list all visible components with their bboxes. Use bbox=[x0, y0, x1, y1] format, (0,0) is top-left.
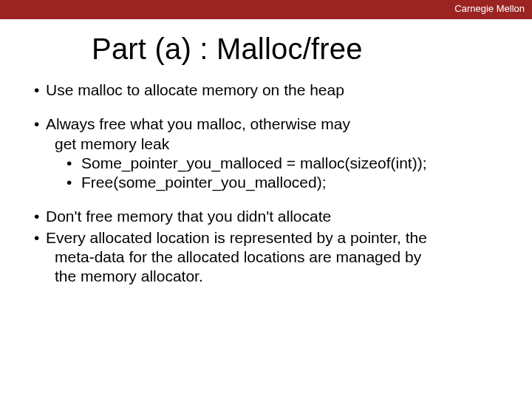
bullet-text: Don't free memory that you didn't alloca… bbox=[46, 207, 498, 226]
bullet-item: • Always free what you malloc, otherwise… bbox=[34, 115, 498, 192]
slide-title: Part (a) : Malloc/free bbox=[92, 33, 532, 66]
bullet-dot-icon: • bbox=[34, 81, 46, 100]
bullet-text: Every allocated location is represented … bbox=[46, 228, 498, 248]
sub-bullet-text: Free(some_pointer_you_malloced); bbox=[81, 173, 498, 192]
slide: Carnegie Mellon Part (a) : Malloc/free •… bbox=[0, 0, 532, 399]
sub-bullet-item: • Some_pointer_you_malloced = malloc(siz… bbox=[34, 154, 498, 173]
bullet-item: • Don't free memory that you didn't allo… bbox=[34, 207, 498, 226]
bullet-text-continued: get memory leak bbox=[34, 134, 498, 154]
bullet-item: • Every allocated location is represente… bbox=[34, 228, 498, 287]
brand-label: Carnegie Mellon bbox=[454, 3, 525, 14]
bullet-dot-icon: • bbox=[66, 173, 81, 192]
sub-bullet-text: Some_pointer_you_malloced = malloc(sizeo… bbox=[81, 154, 498, 173]
bullet-dot-icon: • bbox=[34, 115, 46, 134]
bullet-dot-icon: • bbox=[66, 154, 81, 173]
bullet-text: Always free what you malloc, otherwise m… bbox=[46, 115, 498, 134]
header-bar: Carnegie Mellon bbox=[0, 0, 532, 19]
bullet-text-continued: meta-data for the allocated locations ar… bbox=[34, 248, 498, 267]
slide-content: • Use malloc to allocate memory on the h… bbox=[0, 81, 532, 286]
sub-bullet-item: • Free(some_pointer_you_malloced); bbox=[34, 173, 498, 192]
bullet-dot-icon: • bbox=[34, 228, 46, 248]
bullet-text: Use malloc to allocate memory on the hea… bbox=[46, 81, 498, 100]
bullet-text-continued: the memory allocator. bbox=[34, 267, 498, 286]
bullet-dot-icon: • bbox=[34, 207, 46, 226]
bullet-item: • Use malloc to allocate memory on the h… bbox=[34, 81, 498, 100]
